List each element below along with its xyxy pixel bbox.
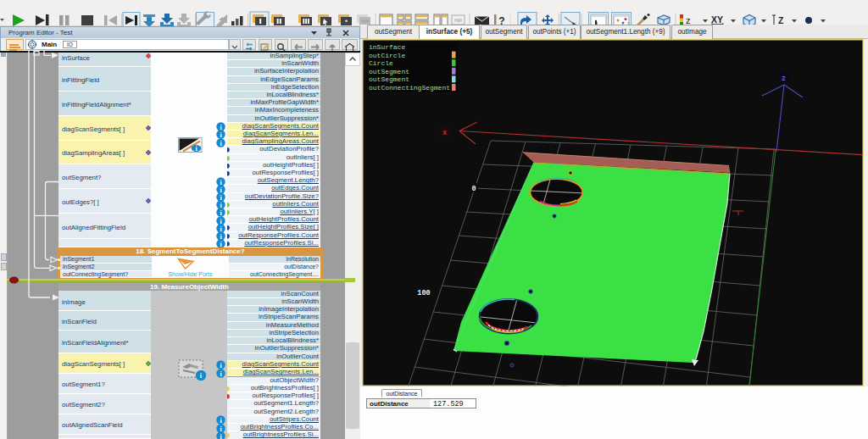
svg-text:z: z bbox=[782, 75, 786, 83]
svg-text:outSegment: outSegment bbox=[369, 68, 409, 75]
svg-text:HMI: HMI bbox=[454, 18, 462, 23]
svg-text:outConnectingSegment: outConnectingSegment bbox=[369, 84, 450, 92]
svg-text:100: 100 bbox=[417, 289, 430, 297]
svg-text:outSegment: outSegment bbox=[369, 75, 409, 83]
svg-text:inSurface: inSurface bbox=[369, 43, 405, 51]
svg-text:XY: XY bbox=[711, 14, 723, 25]
svg-text:x: x bbox=[442, 129, 447, 137]
svg-text:HMI: HMI bbox=[361, 19, 369, 24]
svg-text:outCircle: outCircle bbox=[369, 52, 405, 59]
svg-text:Circle: Circle bbox=[369, 59, 393, 67]
svg-text:0: 0 bbox=[471, 185, 476, 193]
svg-text:*: * bbox=[345, 18, 348, 26]
